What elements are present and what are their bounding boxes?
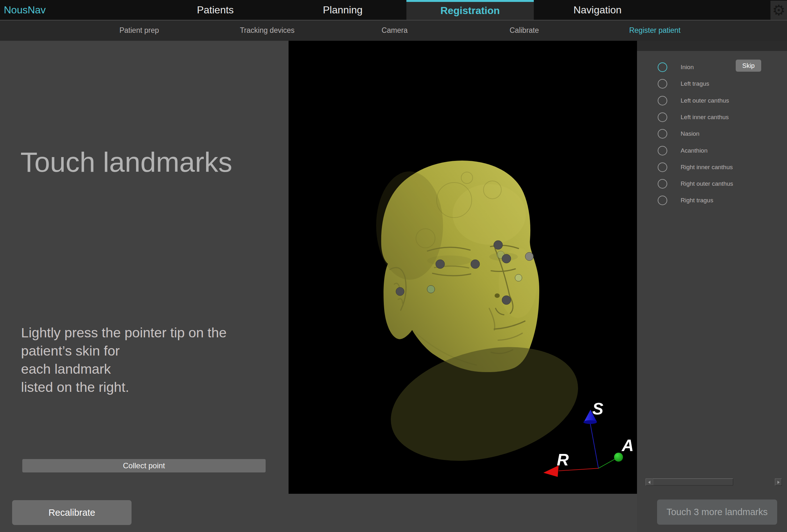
landmark-panel: Skip InionLeft tragusLeft outer canthusL… — [637, 41, 787, 532]
landmark-label: Right tragus — [681, 192, 713, 209]
instruction-panel: Touch landmarks Lightly press the pointe… — [0, 41, 289, 532]
landmark-label: Inion — [681, 59, 694, 76]
landmark-label: Right outer canthus — [681, 175, 733, 192]
scroll-left-button[interactable] — [645, 478, 653, 486]
landmark-radio[interactable] — [658, 62, 667, 72]
scroll-left-icon — [648, 481, 651, 484]
bottom-bar — [289, 494, 637, 532]
step-camera[interactable]: Camera — [382, 21, 408, 41]
landmark-radio[interactable] — [658, 146, 667, 155]
landmark-radio[interactable] — [658, 79, 667, 89]
3d-viewport[interactable]: S R A — [289, 41, 637, 494]
landmark-label: Acanthion — [681, 143, 708, 159]
landmark-radio[interactable] — [658, 179, 667, 189]
instruction-text: Lightly press the pointer tip on the pat… — [21, 324, 227, 396]
landmark-label: Nasion — [681, 126, 699, 142]
landmark-dot — [494, 240, 503, 250]
landmark-dot — [525, 252, 533, 261]
head-render: S R A — [289, 41, 637, 494]
landmark-label: Left outer canthus — [681, 92, 729, 109]
landmark-radio[interactable] — [658, 163, 667, 172]
landmark-row: Right outer canthus — [637, 175, 787, 192]
landmark-dot — [471, 260, 480, 269]
instruction-line: listed on the right. — [21, 378, 227, 396]
panel-header-strip — [637, 41, 787, 51]
step-register-patient[interactable]: Register patient — [629, 21, 680, 41]
landmark-radio[interactable] — [658, 196, 667, 205]
landmark-row: Acanthion — [637, 143, 787, 159]
head-model — [376, 161, 590, 479]
step-patient-prep[interactable]: Patient prep — [120, 21, 159, 41]
tab-patients[interactable]: Patients — [152, 0, 279, 20]
recalibrate-button[interactable]: Recalibrate — [12, 500, 131, 525]
top-nav-bar: NousNav Patients Planning Registration N… — [0, 0, 787, 20]
landmark-label: Left tragus — [681, 76, 709, 92]
step-tracking-devices[interactable]: Tracking devices — [240, 21, 295, 41]
landmark-radio[interactable] — [658, 96, 667, 105]
tab-navigation[interactable]: Navigation — [534, 0, 661, 20]
settings-button[interactable]: ⚙ — [770, 1, 787, 20]
registration-step-bar: Patient prep Tracking devices Camera Cal… — [0, 21, 787, 41]
landmark-dot — [502, 254, 511, 263]
scroll-right-button[interactable] — [775, 478, 782, 486]
landmark-dot — [515, 274, 522, 281]
app-logo: NousNav — [4, 0, 46, 20]
landmark-row: Left tragus — [637, 76, 787, 92]
landmark-dot — [436, 260, 445, 269]
landmark-radio[interactable] — [658, 129, 667, 139]
touch-more-landmarks-button[interactable]: Touch 3 more landmarks — [657, 499, 777, 525]
landmark-radio[interactable] — [658, 112, 667, 122]
axis-a-label: A — [621, 436, 634, 454]
page-title: Touch landmarks — [20, 146, 232, 178]
landmark-label: Left inner canthus — [681, 109, 729, 126]
scrollbar-thumb[interactable] — [653, 478, 733, 486]
landmark-row: Inion — [637, 59, 787, 76]
horizontal-scrollbar[interactable] — [637, 478, 787, 486]
landmark-dot — [396, 288, 404, 296]
landmark-dot — [427, 285, 435, 293]
tab-planning[interactable]: Planning — [279, 0, 406, 20]
gear-icon: ⚙ — [772, 3, 785, 18]
landmark-row: Left inner canthus — [637, 109, 787, 126]
landmark-dot — [502, 296, 511, 304]
app-window: NousNav Patients Planning Registration N… — [0, 0, 787, 532]
landmark-row: Nasion — [637, 126, 787, 142]
axis-s-label: S — [592, 400, 603, 418]
axis-r-label: R — [557, 450, 569, 469]
landmark-row: Right inner canthus — [637, 159, 787, 175]
instruction-line: each landmark — [21, 360, 227, 378]
collect-point-button[interactable]: Collect point — [22, 459, 265, 472]
landmark-row: Left outer canthus — [637, 92, 787, 109]
landmark-label: Right inner canthus — [681, 159, 733, 175]
scroll-right-icon — [778, 481, 780, 484]
landmark-row: Right tragus — [637, 192, 787, 209]
instruction-line: patient’s skin for — [21, 342, 227, 360]
instruction-line: Lightly press the pointer tip on the — [21, 324, 227, 342]
axis-r-arrow — [544, 465, 559, 477]
step-calibrate[interactable]: Calibrate — [510, 21, 539, 41]
